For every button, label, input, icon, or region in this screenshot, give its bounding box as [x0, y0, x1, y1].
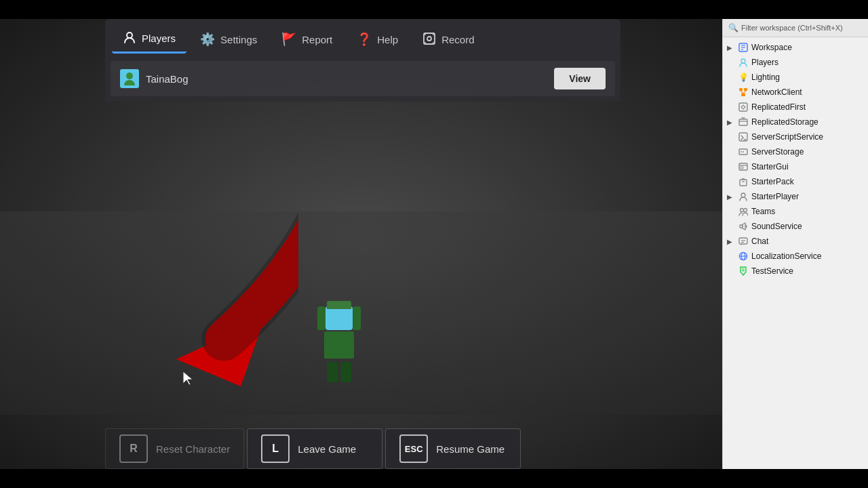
explorer-item-starter-pack[interactable]: StarterPack: [723, 174, 868, 189]
players-tab-icon: [123, 30, 136, 46]
explorer-item-workspace[interactable]: ▶ Workspace: [723, 40, 868, 55]
char-leg-right: [340, 362, 351, 382]
explorer-item-network-client[interactable]: NetworkClient: [723, 85, 868, 100]
explorer-item-starter-gui[interactable]: StarterGui: [723, 159, 868, 174]
replicated-first-label: ReplicatedFirst: [751, 102, 806, 112]
replicated-storage-icon: [738, 117, 749, 127]
svg-point-7: [126, 73, 133, 79]
explorer-item-replicated-storage[interactable]: ▶ ReplicatedStorage: [723, 115, 868, 129]
view-button[interactable]: View: [554, 68, 606, 89]
explorer-item-teams[interactable]: Teams: [723, 204, 868, 219]
starter-gui-icon: [738, 161, 749, 172]
chat-chevron: ▶: [727, 238, 735, 245]
players-explorer-label: Players: [751, 58, 778, 67]
server-script-icon: [738, 131, 749, 142]
svg-point-33: [741, 209, 744, 212]
workspace-chevron: ▶: [727, 44, 735, 52]
reset-key-badge: R: [119, 434, 148, 463]
explorer-panel: 🔍 Filter workspace (Ctrl+Shift+X) ▶ Work…: [722, 19, 868, 469]
bottom-action-buttons: R Reset Character L Leave Game ESC Resum…: [105, 428, 521, 469]
help-tab-icon: ❓: [357, 33, 372, 45]
tab-report-label: Report: [302, 34, 332, 45]
chat-label: Chat: [751, 237, 768, 246]
svg-point-2: [427, 37, 431, 41]
player-avatar: [120, 69, 139, 88]
svg-rect-19: [739, 103, 747, 111]
tab-help-label: Help: [377, 34, 398, 45]
player-row: TainaBog View: [111, 61, 615, 96]
tab-help[interactable]: ❓ Help: [346, 28, 409, 51]
filter-label: Filter workspace (Ctrl+Shift+X): [741, 24, 843, 32]
char-arm-right: [353, 306, 361, 330]
tab-players[interactable]: Players: [112, 25, 186, 54]
starter-player-icon: [738, 191, 749, 202]
leave-key-badge: L: [261, 434, 290, 463]
network-icon: [738, 87, 749, 98]
filter-icon: 🔍: [728, 23, 738, 33]
players-explorer-icon: [738, 57, 749, 68]
tab-report[interactable]: 🚩 Report: [271, 28, 343, 51]
explorer-filter-bar[interactable]: 🔍 Filter workspace (Ctrl+Shift+X): [723, 19, 868, 37]
explorer-item-players[interactable]: Players: [723, 55, 868, 70]
resume-game-button[interactable]: ESC Resume Game: [385, 428, 521, 469]
report-tab-icon: 🚩: [281, 33, 296, 45]
rep-storage-chevron: ▶: [727, 119, 735, 126]
svg-point-26: [743, 151, 744, 152]
chat-icon: [738, 236, 749, 247]
player-info: TainaBog: [120, 69, 189, 88]
svg-rect-15: [744, 88, 747, 91]
explorer-item-chat[interactable]: ▶ Chat: [723, 234, 868, 249]
explorer-items-list: ▶ Workspace Players: [723, 37, 868, 466]
explorer-item-test-service[interactable]: TestService: [723, 264, 868, 279]
server-storage-icon: [738, 146, 749, 157]
svg-rect-14: [739, 88, 743, 91]
tab-settings-label: Settings: [220, 34, 257, 45]
leave-game-button[interactable]: L Leave Game: [247, 428, 382, 469]
tab-players-label: Players: [142, 33, 176, 44]
svg-point-5: [425, 42, 426, 43]
settings-tab-icon: ⚙️: [200, 33, 215, 45]
explorer-item-server-storage[interactable]: ServerStorage: [723, 144, 868, 159]
replicated-storage-label: ReplicatedStorage: [751, 117, 818, 127]
reset-character-button[interactable]: R Reset Character: [105, 428, 244, 469]
sound-service-label: SoundService: [751, 222, 802, 231]
explorer-item-sound-service[interactable]: SoundService: [723, 219, 868, 234]
player-name: TainaBog: [146, 73, 189, 85]
game-character: [312, 306, 366, 388]
localization-icon: [738, 251, 749, 262]
explorer-item-lighting[interactable]: 💡 Lighting: [723, 70, 868, 85]
resume-game-label: Resume Game: [436, 443, 505, 455]
svg-rect-30: [740, 180, 747, 186]
char-arms: [317, 306, 361, 330]
leave-game-label: Leave Game: [298, 443, 356, 455]
svg-point-4: [433, 34, 434, 35]
top-panel: Players ⚙️ Settings 🚩 Report ❓ Help: [105, 19, 620, 102]
svg-point-13: [741, 59, 745, 63]
svg-point-6: [433, 42, 434, 43]
starter-pack-icon: [738, 176, 749, 187]
tab-settings[interactable]: ⚙️ Settings: [189, 28, 268, 51]
svg-rect-29: [741, 167, 743, 169]
tab-record[interactable]: Record: [412, 26, 485, 53]
explorer-item-replicated-first[interactable]: ReplicatedFirst: [723, 100, 868, 115]
explorer-item-localization[interactable]: LocalizationService: [723, 249, 868, 264]
reset-key-label: R: [130, 443, 138, 455]
svg-line-17: [741, 91, 743, 94]
starter-player-chevron: ▶: [727, 193, 735, 201]
svg-point-32: [741, 193, 745, 197]
svg-point-0: [127, 33, 132, 38]
replicated-first-icon: [738, 102, 749, 113]
server-storage-label: ServerStorage: [751, 147, 804, 157]
svg-line-18: [743, 91, 746, 94]
starter-pack-label: StarterPack: [751, 177, 794, 186]
teams-label: Teams: [751, 207, 775, 216]
sound-service-icon: [738, 221, 749, 232]
explorer-item-starter-player[interactable]: ▶ StarterPlayer: [723, 189, 868, 204]
black-bar-bottom: [0, 469, 868, 488]
lighting-label: Lighting: [751, 73, 780, 82]
svg-point-25: [741, 151, 742, 152]
record-tab-icon: [422, 32, 436, 47]
workspace-icon: [738, 42, 749, 53]
starter-player-label: StarterPlayer: [751, 192, 799, 201]
explorer-item-server-script[interactable]: ServerScriptService: [723, 129, 868, 144]
